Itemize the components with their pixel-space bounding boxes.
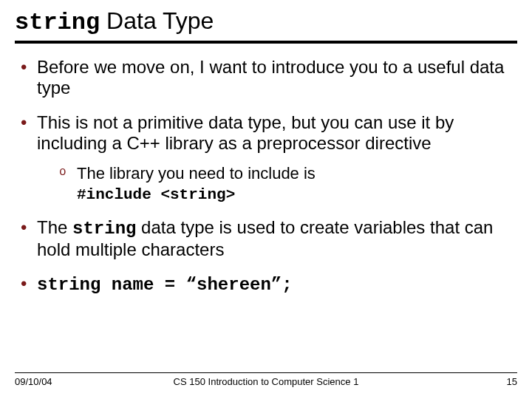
bullet-list: Before we move on, I want to introduce y… — [15, 57, 517, 296]
footer-date: 09/10/04 — [15, 376, 52, 387]
title-rest: Data Type — [100, 7, 214, 34]
bullet-item: Before we move on, I want to introduce y… — [21, 57, 517, 99]
slide-footer: 09/10/04 CS 150 Introduction to Computer… — [15, 372, 517, 387]
slide-title: string Data Type — [15, 7, 517, 44]
bullet-item: This is not a primitive data type, but y… — [21, 112, 517, 204]
bullet-text-pre: The — [37, 217, 72, 237]
bullet-item: string name = “shereen”; — [21, 273, 517, 296]
bullet-item: The string data type is used to create v… — [21, 217, 517, 261]
sub-bullet-item: The library you need to include is #incl… — [59, 164, 517, 204]
footer-page: 15 — [507, 376, 517, 387]
bullet-text: This is not a primitive data type, but y… — [37, 112, 454, 153]
title-code: string — [15, 9, 100, 36]
bullet-text: Before we move on, I want to introduce y… — [37, 57, 504, 98]
code-line: string name = “shereen”; — [37, 275, 293, 295]
footer-course: CS 150 Introduction to Computer Science … — [15, 376, 517, 387]
inline-code: string — [72, 219, 136, 239]
sub-bullet-list: The library you need to include is #incl… — [37, 164, 517, 204]
code-line: #include <string> — [77, 185, 517, 204]
sub-bullet-text: The library you need to include is — [77, 164, 316, 183]
